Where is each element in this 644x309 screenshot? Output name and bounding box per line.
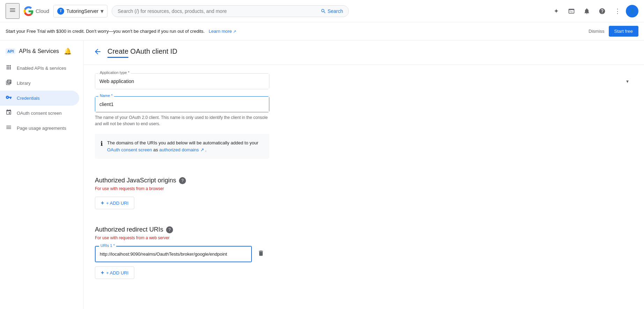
redirect-uri-row: URIs 1 * [95,246,633,262]
info-icon: ℹ [100,140,103,148]
redirect-uris-help-icon[interactable]: ? [166,226,173,233]
page-title: Create OAuth client ID [107,47,177,55]
learn-more-link[interactable]: Learn more ↗ [209,29,236,34]
redirect-uris-title: Authorized redirect URIs [95,226,163,233]
redirect-uris-section-header: Authorized redirect URIs ? [95,226,633,233]
sidebar: API APIs & Services 🔔 Enabled APIs & ser… [0,40,84,309]
sidebar-item-oauth[interactable]: OAuth consent screen [0,106,79,121]
dismiss-button[interactable]: Dismiss [589,29,605,34]
application-type-select-wrapper: Application type * Web application Andro… [95,73,269,89]
name-input[interactable] [95,97,269,112]
credentials-icon [6,94,13,102]
name-input-wrapper: Name * [95,96,269,112]
name-helper-text: The name of your OAuth 2.0 client. This … [95,114,269,127]
back-button[interactable] [92,46,103,59]
js-origins-subtitle: For use with requests from a browser [95,186,633,191]
name-field: Name * The name of your OAuth 2.0 client… [95,96,633,127]
sidebar-item-label: Enabled APIs & services [17,66,66,71]
redirect-uri-label: URIs 1 * [99,243,116,248]
js-origins-help-icon[interactable]: ? [179,177,186,184]
sparkle-icon[interactable]: ✦ [549,4,563,18]
plus-icon-2: + [101,270,104,276]
api-badge: API [6,48,15,54]
nav-icons: ✦ ⋮ 👤 [549,4,638,18]
select-arrow-icon: ▾ [626,78,629,84]
redirect-uri-add-uri-button[interactable]: + + ADD URI [95,266,134,279]
project-selector[interactable]: T TutoringServer ▾ [53,5,107,17]
redirect-uri-input-wrapper: URIs 1 * [95,246,252,262]
plus-icon: + [101,200,104,206]
library-icon [6,79,13,87]
banner-text: Start your Free Trial with $300 in credi… [6,29,205,34]
add-uri-label: + ADD URI [106,201,128,206]
application-type-label: Application type * [98,70,131,75]
start-free-button[interactable]: Start free [609,26,638,37]
search-label: Search [328,8,343,14]
chevron-down-icon: ▾ [100,7,104,15]
sidebar-item-label: Page usage agreements [17,126,66,131]
js-origins-add-uri-button[interactable]: + + ADD URI [95,197,134,209]
search-bar: Search [112,5,349,17]
content-header: Create OAuth client ID [84,40,644,65]
info-box: ℹ The domains of the URIs you add below … [95,134,269,159]
js-origins-section-header: Authorized JavaScript origins ? [95,177,633,184]
sidebar-bell-icon[interactable]: 🔔 [64,47,72,55]
sidebar-item-label: OAuth consent screen [17,111,62,116]
hamburger-menu[interactable] [6,3,20,19]
application-type-select[interactable]: Web application Android Chrome app iOS T… [95,74,269,89]
free-trial-banner: Start your Free Trial with $300 in credi… [0,22,644,40]
terminal-icon[interactable] [564,4,578,18]
main-content: Create OAuth client ID Application type … [84,40,644,309]
delete-uri-button[interactable] [255,247,267,261]
redirect-uris-subtitle: For use with requests from a web server [95,235,633,240]
help-icon[interactable] [595,4,609,18]
sidebar-item-label: Credentials [17,96,40,101]
sidebar-header: API APIs & Services 🔔 [0,45,83,61]
sidebar-item-library[interactable]: Library [0,76,79,91]
search-button[interactable]: Search [321,8,343,14]
js-origins-title: Authorized JavaScript origins [95,177,176,184]
content-body: Application type * Web application Andro… [84,65,644,287]
sidebar-item-enabled[interactable]: Enabled APIs & services [0,61,79,76]
sidebar-item-label: Library [17,81,31,86]
application-type-field: Application type * Web application Andro… [95,73,633,89]
info-text: The domains of the URIs you add below wi… [107,140,264,153]
sidebar-title: APIs & Services [19,48,59,54]
page-usage-icon [6,124,13,132]
project-name: TutoringServer [66,8,98,14]
enabled-apis-icon [6,64,13,72]
notifications-icon[interactable] [580,4,594,18]
sidebar-item-page-usage[interactable]: Page usage agreements [0,121,79,136]
cloud-text: Cloud [36,8,49,14]
redirect-uri-input[interactable] [96,247,251,262]
avatar[interactable]: 👤 [626,5,638,17]
sidebar-item-credentials[interactable]: Credentials [0,91,79,106]
main-layout: API APIs & Services 🔔 Enabled APIs & ser… [0,40,644,309]
title-underline [107,57,128,58]
top-navigation: Cloud T TutoringServer ▾ Search ✦ ⋮ 👤 [0,0,644,22]
project-icon: T [57,8,64,15]
google-cloud-logo[interactable]: Cloud [24,6,49,16]
oauth-icon [6,109,13,117]
search-input[interactable] [118,8,318,14]
authorized-domains-link[interactable]: authorized domains ↗ [159,147,205,152]
more-options-icon[interactable]: ⋮ [611,4,624,18]
name-label: Name * [98,93,114,98]
oauth-consent-link[interactable]: OAuth consent screen [107,147,152,152]
add-uri-label-2: + ADD URI [106,270,128,276]
